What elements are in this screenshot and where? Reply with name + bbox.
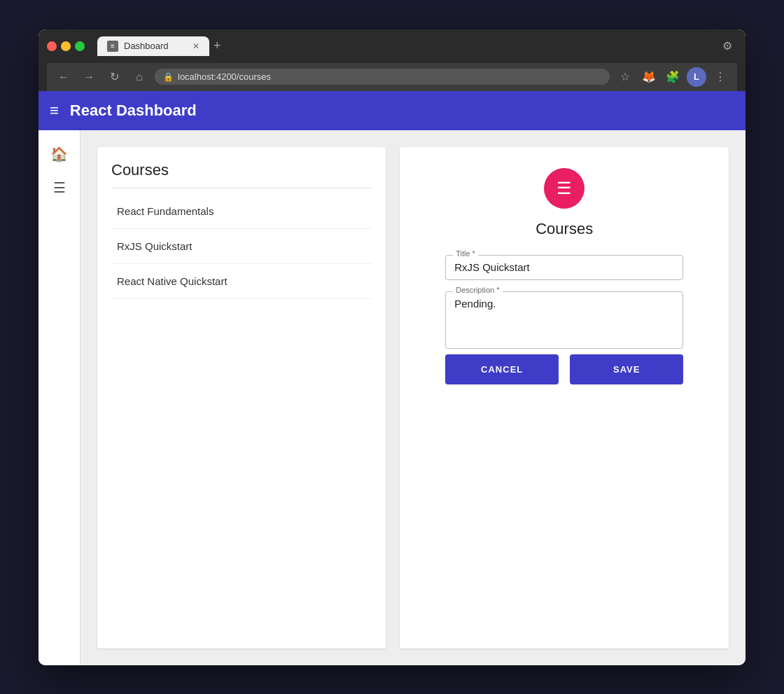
- lock-icon: 🔒: [163, 72, 174, 82]
- courses-list-title: Courses: [111, 161, 372, 188]
- back-button[interactable]: ←: [54, 67, 74, 87]
- course-list-icon: ☰: [556, 179, 572, 198]
- courses-list-panel: Courses React Fundamentals RxJS Quicksta…: [97, 147, 386, 648]
- app-title: React Dashboard: [70, 102, 197, 120]
- metamask-icon[interactable]: 🦊: [639, 67, 659, 87]
- hamburger-icon[interactable]: ≡: [50, 102, 59, 120]
- extensions-icon[interactable]: ⚙: [718, 36, 737, 56]
- more-options-button[interactable]: ⋮: [710, 67, 730, 87]
- home-button[interactable]: ⌂: [130, 67, 149, 87]
- tab-favicon: ≡: [107, 41, 118, 52]
- browser-actions: ☆ 🦊 🧩 L ⋮: [615, 67, 730, 87]
- tab-label: Dashboard: [124, 41, 169, 51]
- forward-button[interactable]: →: [79, 67, 99, 87]
- home-icon: 🏠: [50, 146, 68, 162]
- traffic-light-minimize[interactable]: [61, 41, 71, 51]
- tab-close-button[interactable]: ✕: [192, 41, 200, 51]
- url-display: localhost:4200/courses: [178, 71, 271, 82]
- title-field-container: Title *: [445, 255, 683, 280]
- list-icon: ☰: [53, 179, 66, 196]
- form-buttons: CANCEL SAVE: [445, 354, 683, 384]
- title-input[interactable]: [454, 261, 674, 273]
- browser-nav-bar: ← → ↻ ⌂ 🔒 localhost:4200/courses ☆ 🦊 🧩 L…: [47, 63, 737, 91]
- description-label: Description *: [453, 286, 502, 294]
- active-tab[interactable]: ≡ Dashboard ✕: [97, 36, 209, 56]
- cancel-button[interactable]: CANCEL: [445, 354, 559, 384]
- traffic-light-maximize[interactable]: [75, 41, 85, 51]
- profile-button[interactable]: L: [687, 67, 706, 87]
- sidebar-item-home[interactable]: 🏠: [38, 139, 80, 169]
- bookmark-icon[interactable]: ☆: [615, 67, 635, 87]
- form-container: Title * Description *: [445, 255, 683, 349]
- traffic-lights: [47, 41, 85, 51]
- app-container: ≡ React Dashboard 🏠 ☰ Courses Re: [38, 91, 746, 665]
- address-bar[interactable]: 🔒 localhost:4200/courses: [155, 69, 610, 85]
- description-input[interactable]: [454, 298, 674, 340]
- puzzle-icon[interactable]: 🧩: [663, 67, 682, 87]
- sidebar: 🏠 ☰: [38, 130, 80, 665]
- new-tab-button[interactable]: +: [214, 39, 221, 53]
- list-item[interactable]: React Native Quickstart: [111, 264, 372, 299]
- browser-window: ≡ Dashboard ✕ + ⚙ ← → ↻ ⌂ 🔒 localhost:42…: [38, 29, 746, 665]
- tab-bar: ≡ Dashboard ✕ +: [97, 36, 712, 56]
- sidebar-item-courses[interactable]: ☰: [38, 172, 80, 203]
- list-item[interactable]: React Fundamentals: [111, 194, 372, 229]
- app-header: ≡ React Dashboard: [38, 91, 746, 130]
- description-field-container: Description *: [445, 291, 683, 349]
- course-icon-circle: ☰: [544, 168, 584, 209]
- main-content: Courses React Fundamentals RxJS Quicksta…: [80, 130, 746, 665]
- app-body: 🏠 ☰ Courses React Fundamentals RxJS Quic…: [38, 130, 746, 665]
- browser-top-bar: ≡ Dashboard ✕ + ⚙: [47, 36, 737, 63]
- save-button[interactable]: SAVE: [570, 354, 683, 384]
- edit-panel-title: Courses: [536, 220, 593, 238]
- list-item[interactable]: RxJS Quickstart: [111, 229, 372, 264]
- course-edit-panel: ☰ Courses Title * Description *: [400, 147, 729, 648]
- traffic-light-close[interactable]: [47, 41, 57, 51]
- reload-button[interactable]: ↻: [104, 67, 124, 87]
- browser-chrome: ≡ Dashboard ✕ + ⚙ ← → ↻ ⌂ 🔒 localhost:42…: [38, 29, 746, 91]
- title-label: Title *: [453, 249, 478, 258]
